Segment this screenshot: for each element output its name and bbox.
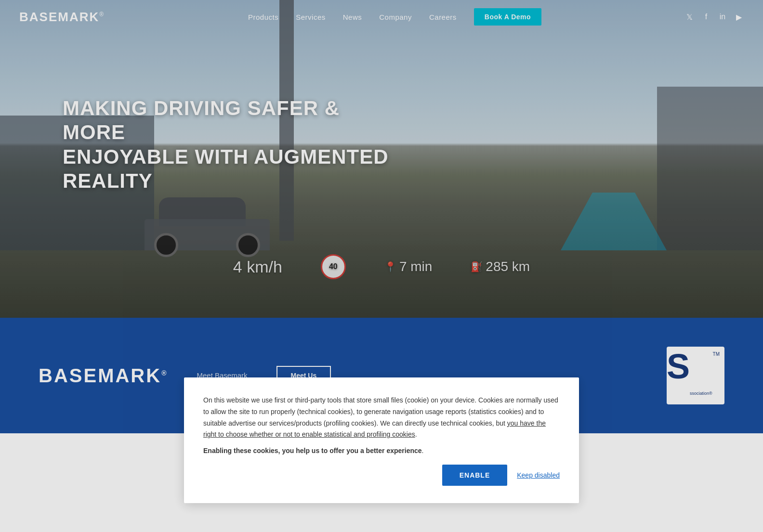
cookie-banner: On this website we use first or third-pa… bbox=[184, 377, 579, 433]
cookie-text: On this website we use first or third-pa… bbox=[203, 395, 560, 433]
cookie-after-link: . bbox=[415, 430, 417, 433]
cookie-main-text: On this website we use first or third-pa… bbox=[203, 396, 558, 427]
cookie-overlay: On this website we use first or third-pa… bbox=[0, 0, 763, 433]
